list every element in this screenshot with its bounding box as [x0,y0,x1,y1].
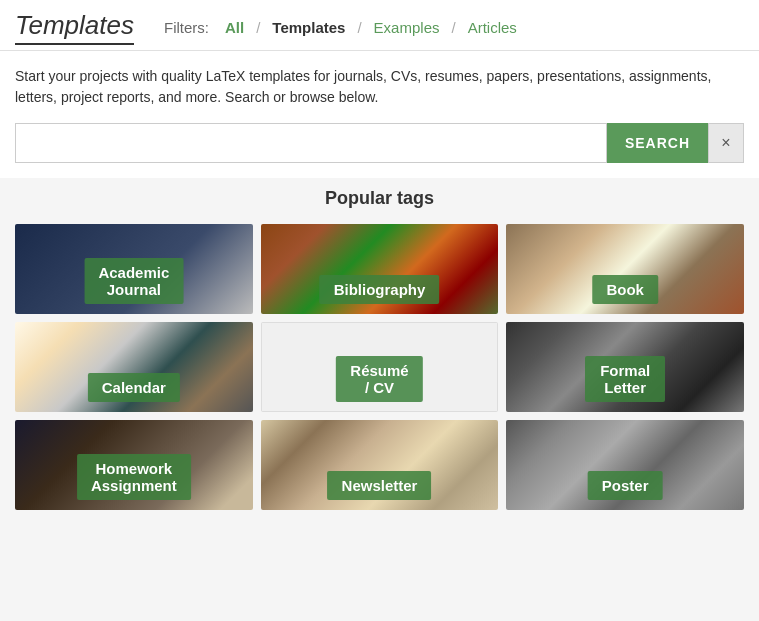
tag-card-bibliography[interactable]: Bibliography [261,224,499,314]
tag-label-newsletter: Newsletter [328,471,432,500]
main-content: Start your projects with quality LaTeX t… [0,51,759,178]
search-input[interactable] [15,123,607,163]
tag-label-formal-letter: FormalLetter [585,356,665,402]
filters-container: Filters: All / Templates / Examples / Ar… [164,17,521,38]
tags-grid: AcademicJournal Bibliography Book Calend… [15,224,744,510]
search-button[interactable]: SEARCH [607,123,708,163]
tag-label-resume: Résumé/ CV [336,356,422,402]
search-bar: SEARCH × [15,123,744,163]
tag-label-calendar: Calendar [88,373,180,402]
popular-tags-section: Popular tags AcademicJournal Bibliograph… [0,178,759,525]
description: Start your projects with quality LaTeX t… [15,66,744,108]
tag-label-homework-assignment: HomeworkAssignment [77,454,191,500]
tag-label-bibliography: Bibliography [320,275,440,304]
clear-button[interactable]: × [708,123,744,163]
filter-templates[interactable]: Templates [268,17,349,38]
tag-label-book: Book [592,275,658,304]
filter-examples[interactable]: Examples [370,17,444,38]
tag-card-calendar[interactable]: Calendar [15,322,253,412]
tag-label-academic-journal: AcademicJournal [84,258,183,304]
tag-card-resume[interactable]: Résumé/ CV [261,322,499,412]
tag-card-homework-assignment[interactable]: HomeworkAssignment [15,420,253,510]
tag-card-formal-letter[interactable]: FormalLetter [506,322,744,412]
header: Templates Filters: All / Templates / Exa… [0,0,759,51]
tag-card-academic-journal[interactable]: AcademicJournal [15,224,253,314]
tag-card-poster[interactable]: Poster [506,420,744,510]
filters-label: Filters: [164,19,209,36]
tag-card-newsletter[interactable]: Newsletter [261,420,499,510]
filter-articles[interactable]: Articles [464,17,521,38]
filter-all[interactable]: All [221,17,248,38]
tag-card-book[interactable]: Book [506,224,744,314]
popular-tags-title: Popular tags [15,188,744,209]
tag-label-poster: Poster [588,471,663,500]
logo[interactable]: Templates [15,10,134,45]
